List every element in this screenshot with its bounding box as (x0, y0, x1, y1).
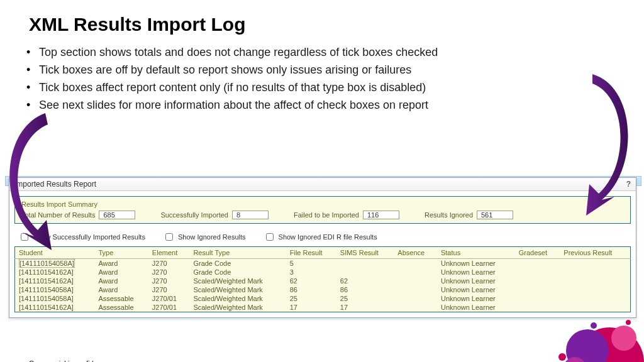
col-sims-result[interactable]: SIMS Result (336, 247, 394, 259)
footer-text: Commercial in confidence (29, 359, 109, 362)
cell-status: Unknown Learner (437, 285, 515, 294)
cell-element: J270 (148, 277, 190, 285)
success-label: Successfully Imported (160, 211, 228, 219)
show-success-label: Show Successfully Imported Results (33, 233, 145, 241)
cell-gs (515, 285, 560, 294)
svg-point-3 (564, 357, 586, 362)
cell-abs (394, 294, 437, 303)
total-results-value: 685 (99, 211, 135, 219)
cell-student: [141110154058A] (15, 259, 95, 268)
cell-type: Award (94, 259, 148, 268)
cell-prev (560, 303, 630, 312)
cell-sims: 17 (336, 303, 394, 312)
cell-abs (394, 285, 437, 294)
col-file-result[interactable]: File Result (286, 247, 336, 259)
bullet-item: See next slides for more information abo… (24, 97, 644, 114)
cell-element: J270 (148, 285, 190, 294)
table-row[interactable]: [141110154058A]AwardJ270Grade Code5Unkno… (15, 259, 631, 268)
cell-element: J270 (148, 268, 190, 277)
cell-sims (336, 268, 394, 277)
show-ignored-label: Show Ignored Results (178, 233, 246, 241)
cell-type: Award (94, 268, 148, 277)
cell-student: [141110154162A] (15, 277, 95, 285)
show-edir-label: Show Ignored EDI R file Results (279, 233, 377, 241)
total-results-label: Total Number of Results (21, 211, 95, 219)
cell-gs (515, 277, 560, 285)
cell-student: [141110154058A] (15, 294, 95, 303)
cell-student: [141110154058A] (15, 285, 95, 294)
cell-status: Unknown Learner (437, 294, 515, 303)
cell-rtype: Scaled/Weighted Mark (189, 294, 286, 303)
cell-gs (515, 303, 560, 312)
bullet-item: Tick boxes are off by default so report … (24, 62, 644, 79)
cell-abs (394, 268, 437, 277)
bullet-item: Tick boxes affect report content only (i… (24, 79, 644, 97)
cell-sims (336, 259, 394, 268)
col-gradeset[interactable]: Gradeset (515, 247, 560, 259)
cell-type: Assessable (94, 294, 148, 303)
cell-student: [141110154162A] (15, 268, 95, 277)
total-results-field: Total Number of Results 685 (21, 211, 135, 219)
help-icon[interactable]: ? (626, 180, 631, 189)
show-success-checkbox[interactable]: Show Successfully Imported Results (18, 231, 145, 243)
cell-gs (515, 294, 560, 303)
col-type[interactable]: Type (94, 247, 148, 259)
cell-file: 62 (286, 277, 336, 285)
bullet-item: Top section shows totals and does not ch… (24, 44, 644, 62)
cell-file: 25 (286, 294, 336, 303)
table-header-row: Student Type Element Result Type File Re… (15, 247, 631, 259)
cell-gs (515, 259, 560, 268)
cell-type: Award (94, 285, 148, 294)
cell-prev (560, 294, 630, 303)
report-window: Imported Results Report ? Results Import… (9, 177, 636, 318)
ignored-label: Results Ignored (425, 211, 473, 219)
col-student[interactable]: Student (15, 247, 95, 259)
cell-gs (515, 268, 560, 277)
cell-status: Unknown Learner (437, 268, 515, 277)
ignored-value: 561 (477, 211, 513, 219)
col-absence[interactable]: Absence (394, 247, 437, 259)
svg-point-2 (611, 326, 636, 351)
col-previous[interactable]: Previous Result (560, 247, 630, 259)
table-row[interactable]: [141110154162A]AssessableJ270/01Scaled/W… (15, 303, 631, 312)
window-title: Imported Results Report (14, 180, 96, 189)
cell-rtype: Scaled/Weighted Mark (189, 303, 286, 312)
cell-prev (560, 268, 630, 277)
svg-point-6 (626, 320, 631, 325)
summary-panel: Results Import Summary Total Number of R… (14, 196, 631, 224)
cell-rtype: Scaled/Weighted Mark (189, 277, 286, 285)
checkbox-row: Show Successfully Imported Results Show … (9, 229, 636, 246)
table-row[interactable]: [141110154162A]AwardJ270Grade Code3Unkno… (15, 268, 631, 277)
cell-abs (394, 277, 437, 285)
success-value: 8 (232, 211, 269, 219)
cell-rtype: Scaled/Weighted Mark (189, 285, 286, 294)
cell-type: Award (94, 277, 148, 285)
cell-file: 5 (286, 259, 336, 268)
svg-point-0 (575, 327, 644, 362)
cell-file: 3 (286, 268, 336, 277)
cell-rtype: Grade Code (189, 268, 286, 277)
cell-file: 17 (286, 303, 336, 312)
cell-element: J270 (148, 259, 190, 268)
cell-element: J270/01 (148, 303, 190, 312)
cell-rtype: Grade Code (189, 259, 286, 268)
page-title: XML Results Import Log (29, 14, 644, 35)
table-row[interactable]: [141110154058A]AssessableJ270/01Scaled/W… (15, 294, 631, 303)
cell-element: J270/01 (148, 294, 190, 303)
failed-value: 116 (363, 211, 399, 219)
col-result-type[interactable]: Result Type (189, 247, 286, 259)
cell-status: Unknown Learner (437, 277, 515, 285)
svg-point-1 (566, 329, 609, 362)
col-status[interactable]: Status (437, 247, 515, 259)
cell-status: Unknown Learner (437, 303, 515, 312)
col-element[interactable]: Element (148, 247, 190, 259)
table-row[interactable]: [141110154058A]AwardJ270Scaled/Weighted … (15, 285, 631, 294)
cell-abs (394, 259, 437, 268)
table-row[interactable]: [141110154162A]AwardJ270Scaled/Weighted … (15, 277, 631, 285)
cell-sims: 86 (336, 285, 394, 294)
ignored-field: Results Ignored 561 (425, 211, 513, 219)
show-edir-checkbox[interactable]: Show Ignored EDI R file Results (264, 231, 377, 243)
show-ignored-checkbox[interactable]: Show Ignored Results (163, 231, 246, 243)
cell-sims: 25 (336, 294, 394, 303)
failed-field: Failed to be Imported 116 (294, 211, 399, 219)
